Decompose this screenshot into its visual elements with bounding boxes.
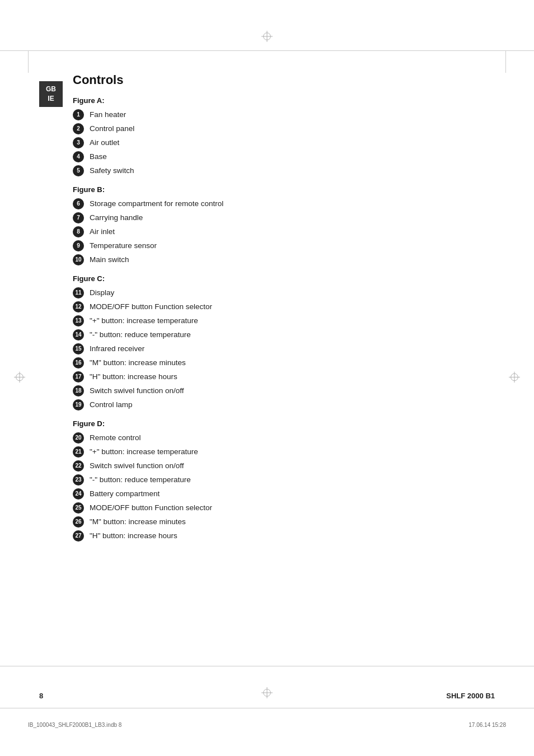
item-text-18: Switch swivel function on/off [90,386,184,396]
left-line-top [28,50,29,73]
top-border [0,50,534,51]
list-item: 27 "H" button: increase hours [73,530,500,542]
figure-d-list: 20 Remote control 21 "+" button: increas… [73,432,500,542]
item-text-2: Control panel [90,124,134,134]
list-item: 19 Control lamp [73,399,500,410]
item-badge-18: 18 [73,385,84,396]
item-text-10: Main switch [90,255,129,265]
item-badge-16: 16 [73,357,84,368]
item-badge-24: 24 [73,488,84,500]
item-text-16: "M" button: increase minutes [90,358,186,368]
item-text-17: "H" button: increase hours [90,372,177,382]
list-item: 17 "H" button: increase hours [73,371,500,382]
item-text-19: Control lamp [90,400,133,410]
list-item: 26 "M" button: increase minutes [73,516,500,528]
list-item: 18 Switch swivel function on/off [73,385,500,396]
item-text-11: Display [90,288,114,298]
item-text-3: Air outlet [90,138,119,148]
item-badge-21: 21 [73,446,84,458]
list-item: 13 "+" button: increase temperature [73,315,500,326]
list-item: 2 Control panel [73,123,500,134]
item-text-26: "M" button: increase minutes [90,517,186,528]
list-item: 8 Air inlet [73,226,500,237]
item-badge-11: 11 [73,287,84,298]
list-item: 16 "M" button: increase minutes [73,357,500,368]
crosshair-top-icon [261,31,273,42]
crosshair-right-icon [509,372,520,385]
list-item: 15 Infrared receiver [73,343,500,354]
item-text-23: "-" button: reduce temperature [90,475,191,486]
item-badge-14: 14 [73,329,84,340]
list-item: 21 "+" button: increase temperature [73,446,500,458]
item-text-1: Fan heater [90,110,126,120]
item-badge-10: 10 [73,254,84,265]
item-badge-20: 20 [73,432,84,444]
item-text-5: Safety switch [90,166,134,176]
footer-file: IB_100043_SHLF2000B1_LB3.indb 8 17.06.14… [0,722,534,728]
list-item: 11 Display [73,287,500,298]
figure-c-list: 11 Display 12 MODE/OFF button Function s… [73,287,500,410]
country-gb: GB [44,85,58,94]
list-item: 7 Carrying handle [73,212,500,223]
item-badge-17: 17 [73,371,84,382]
item-text-6: Storage compartment for remote control [90,199,223,209]
item-badge-9: 9 [73,240,84,251]
figure-d-heading: Figure D: [73,419,500,428]
list-item: 24 Battery compartment [73,488,500,500]
right-line-top [505,50,506,73]
item-text-24: Battery compartment [90,489,160,500]
model-name: SHLF 2000 B1 [446,692,495,700]
figure-c-heading: Figure C: [73,274,500,283]
item-badge-2: 2 [73,123,84,134]
item-text-4: Base [90,152,107,162]
list-item: 10 Main switch [73,254,500,265]
item-text-22: Switch swivel function on/off [90,461,184,472]
list-item: 22 Switch swivel function on/off [73,460,500,472]
list-item: 6 Storage compartment for remote control [73,198,500,209]
item-text-25: MODE/OFF button Function selector [90,503,212,514]
figure-a-list: 1 Fan heater 2 Control panel 3 Air outle… [73,109,500,176]
item-badge-26: 26 [73,516,84,528]
list-item: 14 "-" button: reduce temperature [73,329,500,340]
item-badge-15: 15 [73,343,84,354]
main-content: Controls Figure A: 1 Fan heater 2 Contro… [73,73,500,661]
crosshair-bottom-icon [261,687,273,700]
item-badge-3: 3 [73,137,84,148]
figure-b-list: 6 Storage compartment for remote control… [73,198,500,265]
item-badge-8: 8 [73,226,84,237]
item-badge-27: 27 [73,530,84,542]
figure-b-heading: Figure B: [73,185,500,194]
item-text-20: Remote control [90,433,141,444]
list-item: 4 Base [73,151,500,162]
list-item: 25 MODE/OFF button Function selector [73,502,500,514]
item-badge-23: 23 [73,474,84,486]
item-badge-7: 7 [73,212,84,223]
country-sidebar: GB IE [39,81,63,107]
item-badge-5: 5 [73,165,84,176]
list-item: 9 Temperature sensor [73,240,500,251]
page: GB IE Controls Figure A: 1 Fan heater 2 … [0,0,534,756]
item-badge-1: 1 [73,109,84,120]
page-title: Controls [73,73,500,87]
list-item: 3 Air outlet [73,137,500,148]
item-badge-25: 25 [73,502,84,514]
list-item: 1 Fan heater [73,109,500,120]
item-text-7: Carrying handle [90,213,143,223]
item-text-8: Air inlet [90,227,115,237]
item-badge-12: 12 [73,301,84,312]
country-badge: GB IE [39,81,63,107]
item-text-21: "+" button: increase temperature [90,447,198,458]
item-badge-4: 4 [73,151,84,162]
item-text-27: "H" button: increase hours [90,531,177,542]
item-badge-19: 19 [73,399,84,410]
crosshair-left-icon [14,372,25,385]
item-text-13: "+" button: increase temperature [90,316,198,326]
footer-date-text: 17.06.14 15:28 [469,722,506,728]
item-text-14: "-" button: reduce temperature [90,330,191,340]
bottom-border [0,666,534,666]
item-text-9: Temperature sensor [90,241,157,251]
list-item: 5 Safety switch [73,165,500,176]
bottom-border2 [0,708,534,708]
item-badge-6: 6 [73,198,84,209]
country-ie: IE [44,94,58,104]
